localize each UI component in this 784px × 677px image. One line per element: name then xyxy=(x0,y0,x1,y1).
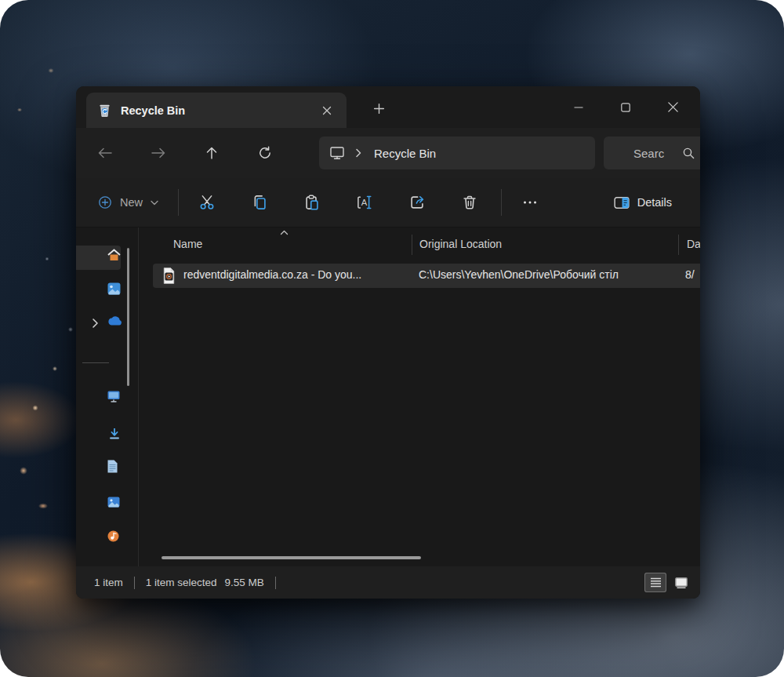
recycle-bin-icon xyxy=(98,103,111,118)
breadcrumb-chevron-icon[interactable] xyxy=(355,148,361,158)
view-toggles xyxy=(644,573,692,592)
column-header-original-location[interactable]: Original Location xyxy=(419,238,502,250)
toolbar-divider xyxy=(178,189,179,216)
sort-ascending-icon[interactable] xyxy=(280,230,289,235)
music-icon[interactable] xyxy=(107,530,119,542)
tab-recycle-bin[interactable]: Recycle Bin xyxy=(86,93,347,128)
media-file-icon xyxy=(162,268,176,284)
toolbar-divider xyxy=(501,189,502,216)
desktop-wallpaper: Recycle Bin xyxy=(0,0,784,677)
search-input[interactable]: Searc xyxy=(604,136,700,169)
column-header-date-deleted[interactable]: Da xyxy=(687,238,700,250)
more-options-icon[interactable] xyxy=(512,186,548,219)
chevron-down-icon xyxy=(151,200,158,206)
file-list: Name Original Location Da xyxy=(139,227,700,566)
tab-bar: Recycle Bin xyxy=(76,86,700,128)
status-divider xyxy=(275,577,276,589)
explorer-main: Name Original Location Da xyxy=(76,227,700,566)
desktop-icon[interactable] xyxy=(107,391,120,402)
new-plus-icon xyxy=(98,195,112,209)
home-icon xyxy=(107,249,121,261)
address-bar[interactable]: Recycle Bin xyxy=(319,136,595,169)
tab-close-icon[interactable] xyxy=(317,100,337,121)
command-toolbar: New xyxy=(76,178,700,227)
share-icon[interactable] xyxy=(399,186,435,219)
close-icon[interactable] xyxy=(649,86,696,128)
refresh-icon[interactable] xyxy=(249,137,281,169)
details-button[interactable]: Details xyxy=(608,190,678,216)
forward-icon[interactable] xyxy=(142,137,175,169)
file-name: redventdigitalmedia.co.za - Do you... xyxy=(183,268,361,281)
search-icon[interactable] xyxy=(682,147,695,160)
minimize-icon[interactable] xyxy=(555,86,602,128)
cut-icon[interactable] xyxy=(189,186,225,219)
file-row-selected[interactable]: redventdigitalmedia.co.za - Do you... C:… xyxy=(153,264,700,288)
pictures-icon[interactable] xyxy=(107,497,120,508)
column-resize-handle[interactable] xyxy=(412,235,412,255)
sidebar-scrollbar[interactable] xyxy=(127,248,129,386)
tab-title: Recycle Bin xyxy=(121,104,185,117)
breadcrumb-location[interactable]: Recycle Bin xyxy=(374,147,436,160)
file-date-deleted: 8/ xyxy=(685,268,695,281)
column-headers: Name Original Location Da xyxy=(139,227,700,262)
expand-chevron-icon[interactable] xyxy=(86,315,103,332)
file-original-location: C:\Users\Yevhen\OneDrive\Робочий стіл xyxy=(419,268,619,281)
details-view-icon[interactable] xyxy=(644,573,666,592)
documents-icon[interactable] xyxy=(107,460,118,473)
sidebar-divider xyxy=(82,362,109,363)
file-explorer-window: Recycle Bin xyxy=(76,86,700,599)
up-icon[interactable] xyxy=(195,137,228,169)
details-pane-icon xyxy=(614,196,630,209)
rename-icon[interactable]: A xyxy=(347,186,383,219)
copy-icon[interactable] xyxy=(241,186,278,219)
new-tab-icon[interactable] xyxy=(367,96,390,120)
column-header-name[interactable]: Name xyxy=(173,238,202,250)
details-button-label: Details xyxy=(637,196,672,209)
search-placeholder: Searc xyxy=(633,147,664,160)
gallery-icon[interactable] xyxy=(107,282,121,295)
maximize-icon[interactable] xyxy=(602,86,649,128)
status-bar: 1 item 1 item selected 9.55 MB xyxy=(76,566,700,599)
column-resize-handle[interactable] xyxy=(678,235,679,255)
new-button-label: New xyxy=(120,196,143,209)
paste-icon[interactable] xyxy=(294,186,330,219)
navigation-bar: Recycle Bin Searc xyxy=(76,128,700,178)
status-selection: 1 item selected xyxy=(146,577,217,588)
new-button[interactable]: New xyxy=(92,189,165,216)
status-divider xyxy=(134,577,135,589)
this-pc-icon[interactable] xyxy=(328,145,346,161)
onedrive-icon[interactable] xyxy=(107,316,122,326)
status-item-count: 1 item xyxy=(94,577,123,588)
horizontal-scrollbar[interactable] xyxy=(162,556,421,559)
svg-text:A: A xyxy=(361,198,368,207)
thumbnails-view-icon[interactable] xyxy=(670,573,692,592)
navigation-sidebar xyxy=(76,227,139,566)
delete-icon[interactable] xyxy=(452,186,488,219)
status-selection-size: 9.55 MB xyxy=(225,577,264,588)
back-icon[interactable] xyxy=(89,137,122,169)
window-controls xyxy=(555,86,696,128)
downloads-icon[interactable] xyxy=(110,428,119,439)
